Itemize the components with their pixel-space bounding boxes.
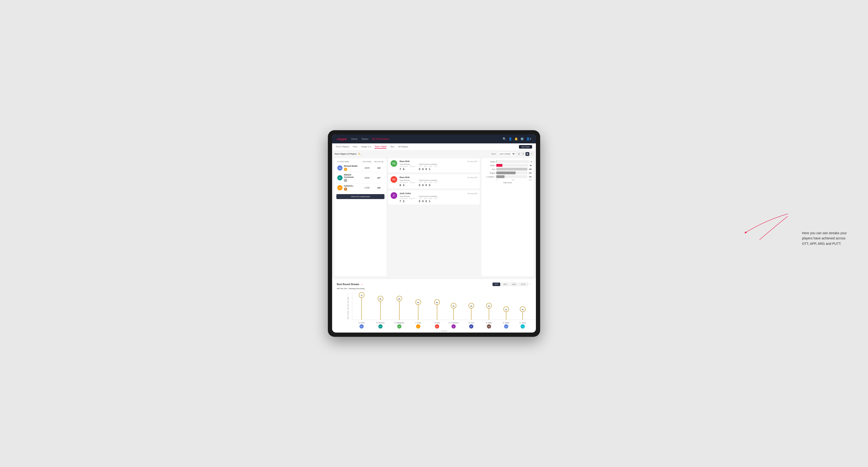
table-row[interactable]: EC Edward Crossman 2 18/20 107 (336, 173, 384, 184)
svg-text:C. Quick: C. Quick (520, 322, 526, 324)
player-score-2: 18/20 (360, 177, 374, 179)
svg-text:5x: 5x (417, 302, 419, 303)
filter-tab-app[interactable]: APP (501, 283, 509, 286)
table-view-btn[interactable]: ≡ (530, 152, 533, 156)
svg-text:R. Butler: R. Butler (503, 322, 509, 323)
filter-tabs: OTT APP ARG PUTT ← (493, 283, 531, 286)
bar-container-birdies (496, 164, 528, 167)
table-row[interactable]: RB Richard Butler 1 19/20 110 (336, 164, 384, 173)
player-score-3: 17/20 (360, 187, 374, 189)
streak-svg: 7 6 5 4 3 2 1 0 Best Streak, Fairway Acc… (346, 291, 536, 327)
svg-text:Players: Players (441, 330, 447, 332)
ott-value-1: 0 (419, 168, 420, 170)
grid-view-btn[interactable]: ⊞ (517, 152, 521, 156)
avatar-3: CM (337, 185, 342, 190)
bar-container-bogeys (496, 172, 527, 174)
tablet-frame: clippd Home Teams My Performance 🔍 👤 🔔 ⚙… (328, 130, 540, 337)
bell-icon[interactable]: 🔔 (515, 137, 518, 141)
tab-hcaps[interactable]: Hcaps 1-5 (361, 146, 371, 148)
svg-text:EC: EC (453, 326, 455, 328)
svg-text:3x: 3x (505, 309, 507, 310)
leaderboard-panel: PLAYER NAME PB SCORE PB AVG SQ RB Richar… (335, 158, 386, 276)
tab-all-players[interactable]: All Players (398, 146, 408, 148)
user-icon[interactable]: 👤 (508, 137, 512, 141)
logo: clippd (337, 137, 346, 141)
player-info-2: EC Edward Crossman 2 (337, 174, 360, 182)
col-pb-avg: PB AVG SQ (374, 161, 383, 162)
streak-header: Best Round Streaks ← OTT APP ARG PUTT ← (337, 283, 531, 286)
svg-text:CQ: CQ (522, 326, 524, 328)
svg-text:E. Crossman: E. Crossman (449, 322, 459, 323)
nav-my-performance[interactable]: My Performance (372, 137, 389, 141)
chart-subtitle: Off The Tee , Fairway Accuracy (337, 287, 531, 290)
nav-teams[interactable]: Teams (361, 137, 368, 141)
svg-text:DF: DF (470, 326, 472, 328)
practice-activities-group-1: Total Practice Activities OTT APP ARG PU… (419, 163, 438, 170)
bar-value-birdies: 96 (530, 165, 532, 166)
player-card-2: RB Rees Britt 02 Sep 2023 Total Rounds T… (388, 174, 480, 188)
total-rounds-group-2: Total Rounds Tournament Practice 8 4 (400, 180, 415, 187)
period-select[interactable]: Last 3 months (497, 152, 516, 156)
tab-tour[interactable]: Tour (390, 146, 394, 148)
bar-label-eagles: Eagles (484, 161, 495, 162)
tab-pgat-players[interactable]: PGAT Players (336, 146, 349, 148)
table-row[interactable]: CM Cameron... 3 17/20 103 (336, 184, 384, 192)
rank-badge-2: 2 (344, 179, 347, 182)
card-name-3: Josh Coles (400, 192, 411, 195)
card-date-1: 02 Sep 2023 (467, 160, 477, 162)
tab-pga[interactable]: PGA (353, 146, 357, 148)
svg-text:4x: 4x (470, 305, 472, 307)
player-name-3: Cameron... (344, 185, 354, 187)
search-icon[interactable]: 🔍 (503, 137, 506, 141)
annotation-arrows (741, 202, 811, 249)
list-view-btn[interactable]: ☰ (521, 152, 525, 156)
svg-text:6x: 6x (379, 298, 381, 300)
svg-text:DB: DB (398, 326, 400, 328)
settings-icon[interactable]: ⚙️ (520, 137, 524, 141)
tournament-label-1: Tournament (400, 165, 408, 167)
bar-fill-eagles (496, 160, 497, 163)
nav-bar: clippd Home Teams My Performance 🔍 👤 🔔 ⚙… (332, 134, 536, 144)
card-top-1: Rees Britt 02 Sep 2023 (400, 160, 477, 162)
view-leaderboard-button[interactable]: View Full Leaderboard (336, 194, 384, 199)
add-team-button[interactable]: Add Team (519, 145, 532, 149)
filter-tab-arg[interactable]: ARG (510, 283, 518, 286)
player-avg-3: 103 (374, 187, 383, 189)
nav-home[interactable]: Home (351, 137, 358, 141)
top-right-controls: Show Last 3 months ⊞ ☰ ▦ ≡ (491, 152, 533, 156)
bar-container-eagles (496, 160, 529, 163)
rounds-values-1: 7 6 (400, 168, 415, 170)
col-pb-score: PB SCORE (360, 161, 374, 162)
practice-label-1: Practice (409, 165, 415, 167)
bar-label-bogeys: Bogeys (484, 172, 495, 174)
bar-fill-pars (496, 168, 527, 170)
player-info-3: CM Cameron... 3 (337, 185, 360, 191)
player-name-2: Edward Crossman (344, 174, 360, 178)
bar-row-pars: Pars 499 (484, 168, 532, 170)
bar-row-eagles: Eagles 3 (484, 160, 532, 163)
card-view-btn[interactable]: ▦ (526, 152, 529, 156)
player-card-3: JC Josh Coles 26 Aug 2023 Total Rounds T… (388, 190, 480, 205)
streak-title-text: Best Round Streaks (337, 283, 359, 286)
card-name-1: Rees Britt (400, 160, 410, 162)
svg-text:MM: MM (488, 326, 490, 328)
player-cards-panel: RB Rees Britt 02 Sep 2023 Total Rounds T… (386, 158, 482, 276)
bar-row-birdies: Birdies 96 (484, 164, 532, 167)
profile-icon[interactable]: 👤▾ (526, 137, 531, 141)
filter-tab-ott[interactable]: OTT (493, 283, 500, 286)
team-name-count: Team Clippd | 14 Players (335, 153, 356, 155)
nav-links: Home Teams My Performance (351, 137, 498, 141)
tab-team-clippd[interactable]: Team Clippd (375, 145, 386, 149)
view-toggle: ⊞ ☰ ▦ ≡ (517, 152, 533, 156)
card-stats-1: Total Rounds Tournament Practice 7 6 (400, 163, 477, 170)
filter-tab-putt[interactable]: PUTT (519, 283, 528, 286)
avatar-2: EC (337, 175, 342, 181)
svg-text:M. Miller: M. Miller (486, 322, 492, 323)
annotation-text: Here you can see streaks your players ha… (802, 230, 849, 246)
edit-icon[interactable]: ✏️ (358, 153, 361, 155)
x-label-0: 0 (496, 179, 497, 181)
player-name-badge-1: Richard Butler 1 (344, 165, 358, 171)
bar-fill-bogeys (496, 172, 516, 174)
col-player-name: PLAYER NAME (337, 161, 360, 162)
tablet-screen: clippd Home Teams My Performance 🔍 👤 🔔 ⚙… (332, 134, 536, 333)
